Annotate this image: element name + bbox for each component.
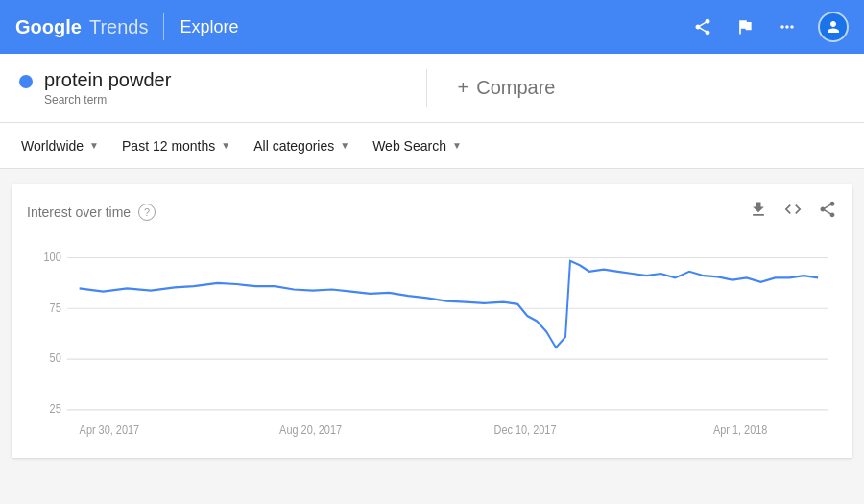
header-divider [163,13,164,40]
category-label: All categories [253,138,334,154]
avatar-icon[interactable] [818,12,849,42]
y-label-100: 100 [44,251,61,263]
explore-label: Explore [180,17,238,37]
filters-bar: Worldwide ▼ Past 12 months ▼ All categor… [0,123,864,169]
help-icon[interactable]: ? [138,204,156,221]
category-chevron: ▼ [340,140,349,151]
region-chevron: ▼ [89,140,99,151]
plus-icon: + [458,77,469,99]
share-icon[interactable] [691,15,714,38]
main-content: Interest over time ? [0,169,864,473]
chart-title-area: Interest over time ? [27,204,156,221]
logo-letter-o1: o [31,16,42,37]
grid-icon[interactable] [776,15,799,38]
google-trends-logo: Google Trends [15,16,148,38]
x-label-dec2017: Dec 10, 2017 [494,424,557,437]
y-label-75: 75 [50,301,61,314]
search-area: protein powder Search term + Compare [0,54,864,123]
compare-label: Compare [476,77,555,99]
time-range-filter[interactable]: Past 12 months ▼ [112,132,240,159]
header-icons [691,12,849,42]
header-left: Google Trends Explore [15,13,238,40]
logo-letter-g: G [15,16,31,37]
search-type-filter[interactable]: Web Search ▼ [363,132,471,159]
region-label: Worldwide [21,138,84,154]
chart-header: Interest over time ? [27,200,837,224]
time-range-label: Past 12 months [122,138,215,154]
region-filter[interactable]: Worldwide ▼ [12,132,108,159]
chart-actions [749,200,837,224]
time-range-chevron: ▼ [221,140,230,151]
y-label-25: 25 [50,403,61,416]
term-info: protein powder Search term [44,69,171,107]
share-chart-icon[interactable] [818,200,837,224]
x-label-aug2017: Aug 20, 2017 [279,424,342,437]
compare-block[interactable]: + Compare [427,77,846,99]
x-label-apr2017: Apr 30, 2017 [80,424,139,437]
trend-chart-container: 100 75 50 25 Apr 30, 2017 Aug 20, 2017 D… [27,231,837,443]
embed-icon[interactable] [783,200,803,224]
category-filter[interactable]: All categories ▼ [244,132,359,159]
search-type-chevron: ▼ [452,140,462,151]
flag-icon[interactable] [733,15,756,38]
logo-letter-g2: g [54,16,65,37]
logo-letter-o2: o [42,16,54,37]
y-label-50: 50 [50,352,61,365]
app-header: Google Trends Explore [0,0,864,54]
trend-chart-svg: 100 75 50 25 Apr 30, 2017 Aug 20, 2017 D… [27,231,837,443]
trend-line [80,261,819,348]
term-color-dot [19,75,33,88]
trends-label: Trends [89,16,149,38]
download-icon[interactable] [749,200,768,224]
search-type-label: Web Search [372,138,446,154]
chart-title: Interest over time [27,204,131,220]
x-label-apr2018: Apr 1, 2018 [713,424,767,437]
logo-letter-e: e [71,16,82,37]
interest-over-time-card: Interest over time ? [12,184,852,458]
search-term-block: protein powder Search term [19,69,427,107]
search-term: protein powder [44,69,171,91]
search-term-type: Search term [44,93,171,107]
